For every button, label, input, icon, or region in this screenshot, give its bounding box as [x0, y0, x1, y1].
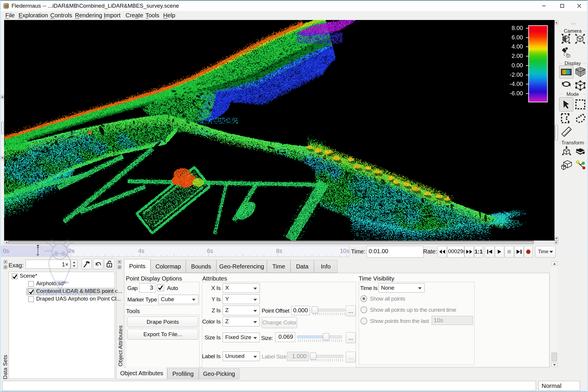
- gap-input[interactable]: 3: [139, 283, 155, 293]
- attr-y-is-dropdown[interactable]: Y: [223, 294, 260, 304]
- fit-all-icon[interactable]: [560, 33, 572, 45]
- exag-spinner[interactable]: [71, 260, 78, 269]
- measure-ruler-icon[interactable]: [561, 126, 572, 138]
- rate-input[interactable]: 00029s: [447, 246, 464, 258]
- timeline-playhead[interactable]: [36, 245, 37, 257]
- size-more-button[interactable]: ...: [346, 332, 356, 343]
- tree-item-label[interactable]: Airphoto.sd*: [36, 280, 66, 288]
- bottom-tab-geo-picking[interactable]: Geo-Picking: [199, 368, 239, 379]
- time-visibility-radio[interactable]: [360, 306, 367, 313]
- datasets-close-button[interactable]: [4, 260, 7, 264]
- menu-import[interactable]: Import: [104, 12, 121, 19]
- lasso-select-icon[interactable]: [575, 113, 586, 124]
- drape-points-button[interactable]: Drape Points: [127, 316, 198, 327]
- zoom-extents-icon[interactable]: [574, 33, 586, 45]
- exag-input[interactable]: 1×: [26, 260, 71, 269]
- spin-rotate-icon[interactable]: [560, 80, 572, 88]
- export-to-file-button[interactable]: Export To File...: [127, 329, 198, 340]
- tab-bounds[interactable]: Bounds: [186, 260, 216, 273]
- tab-data[interactable]: Data: [290, 260, 314, 273]
- timeline-mode-dropdown[interactable]: Time: [535, 246, 556, 258]
- maximize-button[interactable]: [554, 1, 571, 11]
- tree-checkbox[interactable]: [28, 281, 34, 287]
- camera-view-icon[interactable]: [561, 46, 573, 59]
- ratio-button[interactable]: 1:1: [474, 246, 483, 258]
- point-offset-input[interactable]: 0.000: [291, 306, 310, 315]
- time-is-dropdown[interactable]: None: [378, 283, 425, 293]
- h-scroll-left-button[interactable]: [4, 241, 8, 244]
- attr-x-is-dropdown[interactable]: X: [223, 283, 260, 293]
- tab-colormap[interactable]: Colormap: [151, 260, 186, 273]
- bottom-tab-profiling[interactable]: Profiling: [167, 368, 199, 379]
- colormap-display-icon[interactable]: [559, 65, 573, 79]
- attributes-float-button[interactable]: [118, 265, 121, 269]
- panel-scroll-down-button[interactable]: [551, 363, 558, 367]
- size-input[interactable]: 0.069: [275, 332, 295, 342]
- h-scroll-thumb[interactable]: [8, 241, 534, 244]
- panel-scroll-thumb[interactable]: [552, 353, 557, 361]
- datasets-float-button[interactable]: [4, 265, 7, 269]
- attr-color-is-dropdown[interactable]: Z: [223, 317, 260, 326]
- left-scroll-down-button[interactable]: [1, 156, 4, 160]
- minimize-button[interactable]: [535, 1, 552, 11]
- attributes-panel-scrollbar[interactable]: [551, 260, 558, 392]
- change-color-button[interactable]: Change Color: [262, 317, 297, 328]
- rotate-cube-icon[interactable]: [575, 147, 586, 156]
- duplicate-cube-icon[interactable]: [561, 160, 572, 171]
- right-scroll-up-button[interactable]: [554, 20, 558, 25]
- status-mode-box[interactable]: Normal: [538, 381, 580, 391]
- h-scroll-right-button[interactable]: [554, 241, 558, 244]
- point-offset-more-button[interactable]: ...: [346, 306, 356, 316]
- auto-checkbox[interactable]: [157, 284, 164, 291]
- rect-select-icon[interactable]: [575, 99, 586, 110]
- rewind-button[interactable]: [437, 246, 447, 258]
- panel-splitter[interactable]: [116, 258, 117, 379]
- bottom-tab-object-attributes[interactable]: Object Attributes: [116, 367, 167, 379]
- point-cloud-view[interactable]: [4, 20, 554, 241]
- undo-button[interactable]: [93, 259, 103, 269]
- tree-checkbox[interactable]: [12, 273, 17, 279]
- skip-end-button[interactable]: [514, 246, 524, 258]
- tree-checkbox[interactable]: [28, 296, 34, 302]
- left-scroll-thumb[interactable]: [1, 121, 4, 134]
- tab-geo-referencing[interactable]: Geo-Referencing: [216, 260, 267, 273]
- label-size-more-button[interactable]: ...: [346, 352, 356, 363]
- menu-file[interactable]: File: [5, 12, 15, 19]
- record-button[interactable]: [524, 246, 533, 258]
- tab-points[interactable]: Points: [124, 259, 151, 273]
- attributes-close-button[interactable]: [118, 260, 121, 264]
- tree-item-label[interactable]: Draped UAS Airphoto on Point Cl...: [36, 296, 121, 303]
- menu-rendering[interactable]: Rendering: [75, 12, 102, 19]
- timeline-ruler[interactable]: 0s2s4s6s8s10s: [1, 246, 350, 257]
- menu-controls[interactable]: Controls: [50, 12, 72, 19]
- scale-cube-icon[interactable]: [561, 146, 572, 157]
- cursor-select-icon[interactable]: [559, 97, 573, 111]
- polygon-select-icon[interactable]: [561, 113, 572, 124]
- vertex-cube-icon[interactable]: [574, 80, 586, 91]
- attr-size-is-dropdown[interactable]: Fixed Size: [223, 333, 260, 342]
- tab-info[interactable]: Info: [314, 260, 338, 273]
- time-visibility-radio[interactable]: [360, 318, 367, 324]
- right-scroll-thumb[interactable]: [555, 125, 558, 141]
- tab-time[interactable]: Time: [267, 260, 290, 273]
- lock-button[interactable]: [104, 259, 114, 269]
- attr-label-is-dropdown[interactable]: Unused: [223, 351, 260, 361]
- label-size-input[interactable]: 1.000: [287, 352, 309, 361]
- left-scroll-up-button[interactable]: [1, 95, 4, 99]
- marker-type-dropdown[interactable]: Cube: [158, 295, 198, 304]
- right-scroll-down-button[interactable]: [554, 237, 558, 241]
- status-input[interactable]: [2, 381, 536, 391]
- close-button[interactable]: [571, 1, 588, 11]
- menu-tools[interactable]: Tools: [146, 12, 159, 19]
- panel-grip[interactable]: [571, 23, 576, 25]
- pick-tool-button[interactable]: [81, 259, 92, 269]
- wireframe-cube-icon[interactable]: [574, 66, 586, 78]
- axes-icon[interactable]: [576, 160, 586, 170]
- tree-item-label[interactable]: Scene*: [20, 273, 37, 280]
- tree-checkbox[interactable]: [28, 289, 34, 294]
- panel-scroll-track[interactable]: [551, 266, 558, 363]
- menu-create[interactable]: Create: [126, 12, 143, 19]
- skip-start-button[interactable]: [485, 246, 495, 258]
- menu-help[interactable]: Help: [163, 12, 175, 19]
- stop-button[interactable]: [505, 246, 514, 258]
